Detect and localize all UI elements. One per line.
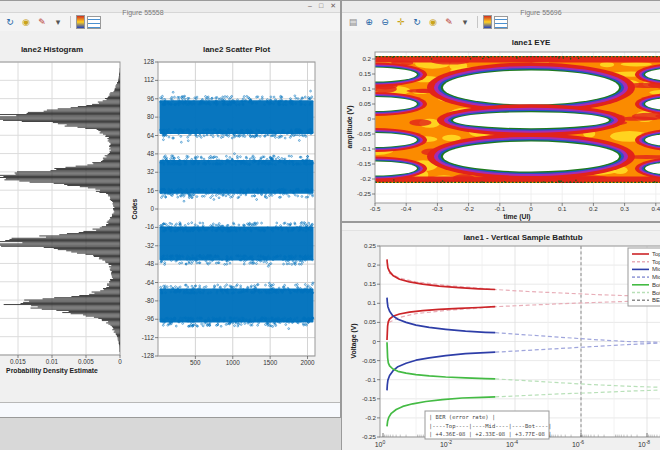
window-edge-strip — [342, 223, 660, 231]
window-title-left: Figure 55558 — [122, 9, 163, 16]
window-controls: –□✕ — [308, 1, 336, 11]
window-figure-right-top: Figure 55696 ▤⊕⊖✛↻◉✎▾ — [341, 0, 660, 222]
data-cursor-icon[interactable]: ◉ — [426, 15, 440, 29]
brush-dropdown-icon[interactable]: ▾ — [458, 15, 472, 29]
close-button[interactable]: ✕ — [330, 1, 336, 11]
print-icon[interactable]: ▤ — [346, 15, 360, 29]
minimize-button[interactable]: – — [308, 1, 312, 11]
maximize-button[interactable]: □ — [319, 1, 323, 11]
figure-canvas-left[interactable] — [0, 31, 340, 402]
window-figure-right-bottom — [341, 222, 660, 450]
zoom-in-icon[interactable]: ⊕ — [362, 15, 376, 29]
brush-icon[interactable]: ✎ — [35, 15, 49, 29]
insert-legend-icon[interactable] — [87, 16, 101, 29]
brush-dropdown-icon[interactable]: ▾ — [51, 15, 65, 29]
window-figure-left: Figure 55558 –□✕ ↻◉✎▾ — [0, 0, 341, 418]
window-bottom-strip — [0, 402, 340, 417]
pan-icon[interactable]: ✛ — [394, 15, 408, 29]
brush-icon[interactable]: ✎ — [442, 15, 456, 29]
rotate-3d-icon[interactable]: ↻ — [410, 15, 424, 29]
toolbar-separator — [477, 16, 478, 28]
figure-canvas-eye[interactable] — [342, 31, 660, 221]
insert-colorbar-icon[interactable] — [76, 15, 85, 29]
titlebar-left[interactable]: Figure 55558 –□✕ — [0, 1, 340, 13]
window-title-right-top: Figure 55696 — [520, 9, 561, 16]
figure-toolbar-right: ▤⊕⊖✛↻◉✎▾ — [342, 13, 660, 32]
toolbar-separator — [70, 16, 71, 28]
rotate-3d-icon[interactable]: ↻ — [3, 15, 17, 29]
figure-canvas-bathtub[interactable] — [342, 231, 660, 450]
figure-toolbar-left: ↻◉✎▾ — [0, 13, 340, 32]
data-cursor-icon[interactable]: ◉ — [19, 15, 33, 29]
titlebar-right-top[interactable]: Figure 55696 — [342, 1, 660, 13]
insert-colorbar-icon[interactable] — [483, 15, 492, 29]
desktop: Figure 55558 –□✕ ↻◉✎▾ Figure 55696 ▤⊕⊖✛↻… — [0, 0, 660, 450]
zoom-out-icon[interactable]: ⊖ — [378, 15, 392, 29]
insert-legend-icon[interactable] — [494, 16, 508, 29]
